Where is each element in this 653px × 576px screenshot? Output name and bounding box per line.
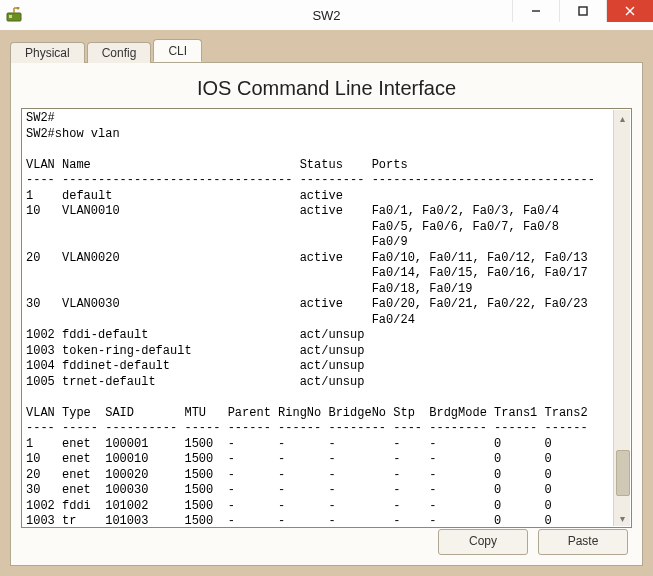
window-controls (512, 0, 653, 30)
scroll-thumb[interactable] (616, 450, 630, 496)
window-body: Physical Config CLI IOS Command Line Int… (0, 30, 653, 576)
cli-heading: IOS Command Line Interface (21, 77, 632, 100)
window-titlebar: SW2 (0, 0, 653, 31)
svg-rect-4 (579, 7, 587, 15)
svg-point-2 (17, 7, 20, 10)
tab-config[interactable]: Config (87, 42, 152, 63)
tab-cli[interactable]: CLI (153, 39, 202, 62)
tab-strip: Physical Config CLI (10, 38, 643, 62)
scroll-down-icon[interactable]: ▾ (614, 510, 630, 526)
tab-content: IOS Command Line Interface SW2# SW2#show… (10, 62, 643, 566)
svg-rect-1 (9, 15, 12, 18)
app-icon (6, 7, 22, 23)
close-button[interactable] (606, 0, 653, 22)
terminal-scrollbar[interactable]: ▴ ▾ (613, 110, 630, 526)
scroll-up-icon[interactable]: ▴ (614, 110, 630, 126)
tab-physical[interactable]: Physical (10, 42, 85, 63)
terminal-area[interactable]: SW2# SW2#show vlan VLAN Name Status Port… (21, 108, 632, 528)
minimize-button[interactable] (512, 0, 559, 22)
copy-button[interactable]: Copy (438, 529, 528, 555)
terminal-output[interactable]: SW2# SW2#show vlan VLAN Name Status Port… (26, 111, 631, 527)
cli-button-row: Copy Paste (438, 529, 628, 555)
maximize-button[interactable] (559, 0, 606, 22)
paste-button[interactable]: Paste (538, 529, 628, 555)
